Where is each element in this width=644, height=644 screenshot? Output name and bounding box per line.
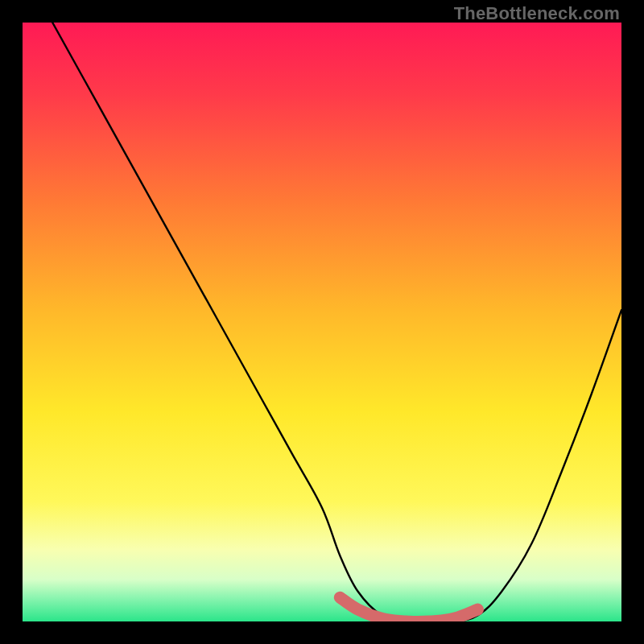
plot-frame: [23, 23, 621, 621]
bottleneck-chart: [23, 23, 621, 621]
highlight-band: [340, 597, 477, 621]
watermark-text: TheBottleneck.com: [454, 3, 620, 24]
bottleneck-curve: [52, 23, 621, 621]
